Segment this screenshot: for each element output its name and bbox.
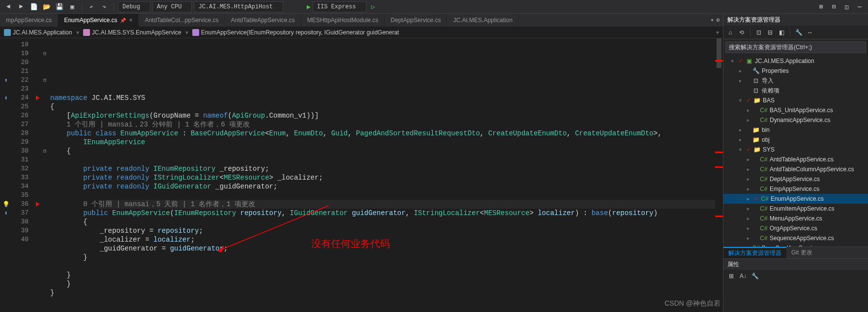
main-toolbar: ◄ ► 📄 📂 💾 ▣ ↶ ↷ Debug Any CPU JC.AI.MES.… [0, 0, 868, 14]
tree-item-12[interactable]: ▹C#DeptAppService.cs [723, 174, 868, 184]
editor-tab-2[interactable]: AntdTableCol...ppService.cs [139, 14, 225, 27]
tab-git-changes[interactable]: Git 更改 [786, 247, 817, 258]
editor-tab-5[interactable]: DeptAppService.cs [385, 14, 447, 27]
open-icon[interactable]: 📂 [41, 1, 52, 12]
editor-tab-3[interactable]: AntdTableAppService.cs [225, 14, 301, 27]
editor-area[interactable]: ⬍⬆💡⬆ 18192021222324252627282930313233343… [0, 38, 723, 312]
tree-item-14[interactable]: ▹✓C#EnumAppService.cs [723, 194, 868, 204]
tb-icon-3[interactable]: ◫ [841, 1, 852, 12]
se-icon-1[interactable]: ⊡ [754, 28, 764, 37]
sync-icon[interactable]: ⟲ [737, 28, 747, 37]
bc-namespace[interactable]: JC.AI.MES.SYS.EnumAppService [83, 29, 181, 36]
se-icon-2[interactable]: ⊟ [765, 28, 775, 37]
tree-item-3[interactable]: ⊡依赖项 [723, 86, 868, 95]
tree-item-15[interactable]: ▹C#EnumItemAppService.cs [723, 204, 868, 214]
tree-item-17[interactable]: ▹C#OrgAppService.cs [723, 223, 868, 233]
config-dropdown[interactable]: Debug [118, 1, 150, 12]
tree-item-18[interactable]: ▹C#SequenceAppService.cs [723, 233, 868, 243]
line-gutter: 1819202122232425262728293031323334353637… [12, 38, 34, 312]
tree-item-10[interactable]: ▹C#AntdTableAppService.cs [723, 155, 868, 164]
tree-item-7[interactable]: ▹📁bin [723, 125, 868, 135]
props-wrench-icon[interactable]: 🔧 [750, 271, 760, 281]
se-icon-5[interactable]: ↔ [805, 28, 815, 37]
props-az-icon[interactable]: A↓ [738, 271, 748, 281]
home-icon[interactable]: ⌂ [725, 28, 735, 37]
solution-explorer-title: 解决方案资源管理器 [723, 14, 868, 26]
watermark: CSDN @神色自若 [664, 299, 720, 308]
se-icon-3[interactable]: ◧ [777, 28, 786, 37]
tree-item-16[interactable]: ▹C#MenuAppService.cs [723, 214, 868, 223]
code-content[interactable]: 没有任何业务代码 namespace JC.AI.MES.SYS{ [ApiEx… [48, 38, 715, 312]
redo-icon[interactable]: ↷ [99, 1, 110, 12]
tree-item-13[interactable]: ▹C#EmpAppService.cs [723, 184, 868, 194]
solution-toolbar: ⌂ ⟲ ⊡ ⊟ ◧ 🔧 ↔ [723, 26, 868, 39]
tb-icon-2[interactable]: ⊟ [829, 1, 839, 12]
props-cat-icon[interactable]: ⊞ [726, 271, 736, 281]
new-icon[interactable]: 📄 [29, 1, 39, 12]
scrollbar[interactable] [715, 38, 723, 312]
tree-item-11[interactable]: ▹C#AntdTableColumnAppService.cs [723, 164, 868, 174]
editor-tab-0[interactable]: mpAppService.cs [0, 14, 58, 27]
bc-project[interactable]: JC.AI.MES.Application [4, 29, 72, 36]
tree-item-6[interactable]: ▹C#DynamicAppService.cs [723, 115, 868, 125]
tree-item-1[interactable]: ▹🔧Properties [723, 66, 868, 76]
tree-item-19[interactable]: ▹C#BaseCrudAppService.cs [723, 243, 868, 247]
save-icon[interactable]: 💾 [54, 1, 65, 12]
run-alt-icon[interactable]: ▷ [371, 3, 375, 11]
solution-bottom-tabs: 解决方案资源管理器 Git 更改 [723, 247, 868, 258]
bc-member[interactable]: EnumAppService(IEnumRepository repositor… [192, 29, 712, 36]
undo-icon[interactable]: ↶ [86, 1, 97, 12]
tb-icon-4[interactable]: ⋯ [854, 1, 865, 12]
tree-item-5[interactable]: ▹C#BAS_UnitAppService.cs [723, 105, 868, 115]
startup-dropdown[interactable]: JC.AI.MES.HttpApiHost [194, 1, 283, 12]
annotation-text: 没有任何业务代码 [311, 239, 390, 248]
tree-item-0[interactable]: ▿✓▣JC.AI.MES.Application [723, 56, 868, 66]
solution-search[interactable]: 搜索解决方案资源管理器(Ctrl+;) [725, 41, 866, 53]
se-icon-4[interactable]: 🔧 [794, 28, 804, 37]
tb-icon-1[interactable]: ⊞ [816, 1, 827, 12]
tab-menu-icon[interactable]: ⊕ [716, 16, 720, 24]
editor-tab-4[interactable]: MESHttpApiHostModule.cs [301, 14, 385, 27]
nav-back-icon[interactable]: ◄ [3, 1, 14, 12]
tree-item-9[interactable]: ▿✓📁SYS [723, 145, 868, 155]
run-dropdown[interactable]: IIS Express [313, 1, 366, 12]
saveall-icon[interactable]: ▣ [67, 1, 78, 12]
tree-item-8[interactable]: ▹📁obj [723, 135, 868, 145]
tab-overflow-icon[interactable]: ▾ [710, 16, 714, 24]
solution-tree[interactable]: ▿✓▣JC.AI.MES.Application▹🔧Properties▹⊡导入… [723, 55, 868, 247]
nav-fwd-icon[interactable]: ► [16, 1, 27, 12]
breadcrumb: JC.AI.MES.Application ▾ JC.AI.MES.SYS.En… [0, 27, 723, 38]
editor-tab-1[interactable]: EnumAppService.cs📌× [58, 14, 139, 27]
tree-item-2[interactable]: ▹⊡导入 [723, 76, 868, 86]
editor-tab-6[interactable]: JC.AI.MES.Application [447, 14, 519, 27]
run-icon[interactable]: ▶ [307, 3, 311, 11]
editor-tab-bar: mpAppService.csEnumAppService.cs📌×AntdTa… [0, 14, 723, 27]
tab-solution-explorer[interactable]: 解决方案资源管理器 [723, 247, 786, 258]
tree-item-4[interactable]: ▿✓📁BAS [723, 95, 868, 105]
properties-title: 属性 [723, 259, 868, 270]
platform-dropdown[interactable]: Any CPU [152, 1, 192, 12]
